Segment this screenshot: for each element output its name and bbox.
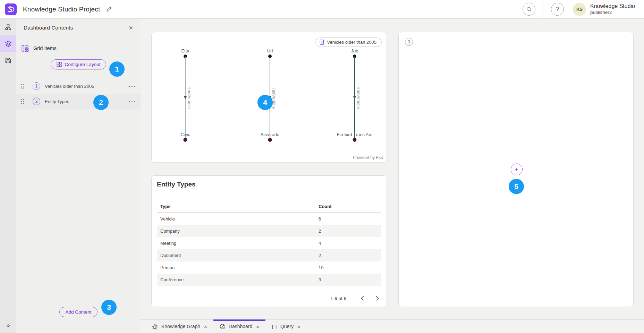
table-row[interactable]: Company 2	[157, 225, 381, 237]
edge-arrow-icon	[184, 96, 187, 99]
view-tabs: Knowledge Graph × Dashboard × { } Query …	[141, 319, 644, 333]
entity-node-label: Uri	[242, 48, 298, 53]
graph-column-joe: Joe HasVehicle Firebird Trans Am	[327, 32, 382, 162]
entity-node-label: Civic	[158, 132, 213, 137]
callout-badge-4: 4	[257, 95, 273, 110]
document-icon	[319, 40, 324, 45]
user-name: Knowledge Studio	[590, 3, 635, 10]
pagination-range: 1-6 of 6	[330, 296, 346, 301]
cell-count: 3	[319, 277, 321, 282]
expand-panel-button[interactable]: »	[0, 318, 16, 333]
callout-badge-3: 3	[101, 300, 117, 315]
previous-page-button[interactable]	[359, 294, 365, 302]
tab-knowledge-graph[interactable]: Knowledge Graph ×	[146, 320, 213, 333]
save-icon	[5, 58, 11, 64]
entity-node-label: Joe	[327, 48, 382, 53]
search-icon	[526, 7, 532, 12]
graph-column-etta: Etta HasVehicle Civic	[158, 32, 213, 162]
table-row[interactable]: Conference 3	[157, 274, 381, 286]
cell-count: 2	[319, 228, 321, 234]
braces-icon: { }	[272, 324, 277, 329]
project-title: Knowledge Studio Project	[23, 6, 100, 13]
dashboard-gauge-icon	[220, 324, 226, 330]
org-chart-icon	[5, 24, 11, 30]
callout-badge-1: 1	[109, 61, 125, 77]
vehicle-node[interactable]	[184, 138, 187, 142]
drag-handle-icon[interactable]	[21, 99, 24, 104]
esri-attribution: Powered by Esri	[353, 155, 383, 160]
grid-item-entity-types[interactable]: 2 Entity Types ···	[16, 94, 141, 109]
add-content-row: Add Content	[16, 307, 141, 317]
search-button[interactable]	[523, 3, 535, 16]
table-body: Vehicle 6 Company 2 Meeting 4 Document 2…	[157, 213, 381, 286]
tab-dashboard[interactable]: Dashboard ×	[213, 320, 265, 333]
close-panel-button[interactable]: ×	[125, 22, 136, 33]
ellipsis-icon: ···	[129, 83, 136, 89]
table-row[interactable]: Person 10	[157, 261, 381, 274]
left-icon-rail: »	[0, 19, 16, 333]
knowledge-studio-logo-icon	[5, 3, 17, 15]
close-tab-icon[interactable]: ×	[297, 324, 300, 330]
grid-items-label: Grid Items	[33, 45, 57, 51]
grid-items-section: Grid Items	[22, 45, 141, 52]
data-model-rail-button[interactable]	[0, 19, 16, 35]
user-role: publisher2	[590, 10, 635, 16]
column-header-count: Count	[319, 204, 332, 209]
slot-number-badge: 3	[405, 38, 413, 46]
table-row[interactable]: Document 2	[157, 249, 381, 261]
cell-type: Document	[160, 253, 181, 258]
chevron-right-icon	[376, 296, 379, 301]
tab-label: Dashboard	[229, 324, 253, 329]
add-content-button[interactable]: Add Content	[59, 307, 97, 317]
drag-handle-icon[interactable]	[21, 84, 24, 89]
save-rail-button[interactable]	[0, 52, 16, 69]
knowledge-graph-icon	[152, 324, 158, 330]
edit-title-button[interactable]	[106, 6, 112, 12]
cell-count: 6	[319, 216, 321, 222]
vehicle-node[interactable]	[353, 138, 357, 142]
next-page-button[interactable]	[374, 294, 380, 302]
layers-icon	[5, 41, 11, 47]
grid-items-icon	[22, 45, 28, 52]
close-icon: ×	[129, 24, 133, 32]
entity-node-label: Silverado	[242, 132, 298, 137]
empty-grid-slot[interactable]: 3 +	[398, 32, 634, 307]
user-avatar[interactable]: KS	[573, 3, 586, 16]
cell-type: Meeting	[160, 241, 176, 246]
cell-type: Company	[160, 228, 180, 234]
panel-header: Dashboard Contents ×	[16, 19, 141, 37]
contents-rail-button[interactable]	[0, 35, 16, 52]
table-row[interactable]: Vehicle 6	[157, 213, 381, 225]
cell-type: Conference	[160, 277, 184, 282]
add-widget-button[interactable]: +	[511, 164, 523, 175]
entity-types-widget[interactable]: Entity Types Type Count Vehicle 6 Compan…	[151, 175, 387, 307]
tab-label: Query	[280, 324, 294, 329]
callout-badge-5: 5	[509, 179, 524, 194]
configure-layout-button[interactable]: Configure Layout	[51, 59, 107, 69]
cell-count: 4	[319, 241, 321, 246]
double-chevron-right-icon: »	[7, 322, 10, 329]
grid-item-vehicles[interactable]: 1 Vehicles older than 2005 ···	[16, 78, 141, 94]
rail-spacer	[0, 69, 16, 318]
cell-type: Person	[160, 265, 175, 270]
configure-layout-label: Configure Layout	[65, 62, 101, 67]
item-options-button[interactable]: ···	[129, 99, 136, 105]
ellipsis-icon: ···	[129, 99, 136, 105]
help-button[interactable]: ?	[551, 3, 564, 16]
close-tab-icon[interactable]: ×	[256, 324, 259, 330]
edge-label: HasVehicle	[271, 86, 276, 109]
panel-title: Dashboard Contents	[24, 25, 73, 31]
vehicle-node[interactable]	[268, 138, 272, 142]
close-tab-icon[interactable]: ×	[204, 324, 207, 330]
cell-count: 2	[319, 253, 321, 258]
item-options-button[interactable]: ···	[129, 83, 136, 89]
pencil-icon	[106, 6, 112, 12]
app-header: Knowledge Studio Project ? KS Knowledge …	[0, 0, 644, 19]
tab-label: Knowledge Graph	[161, 324, 200, 329]
entity-node-label: Etta	[158, 48, 213, 53]
tab-query[interactable]: { } Query ×	[265, 320, 307, 333]
chevron-left-icon	[361, 296, 364, 301]
table-row[interactable]: Meeting 4	[157, 237, 381, 249]
header-divider	[543, 0, 543, 19]
layout-grid-icon	[57, 62, 62, 67]
